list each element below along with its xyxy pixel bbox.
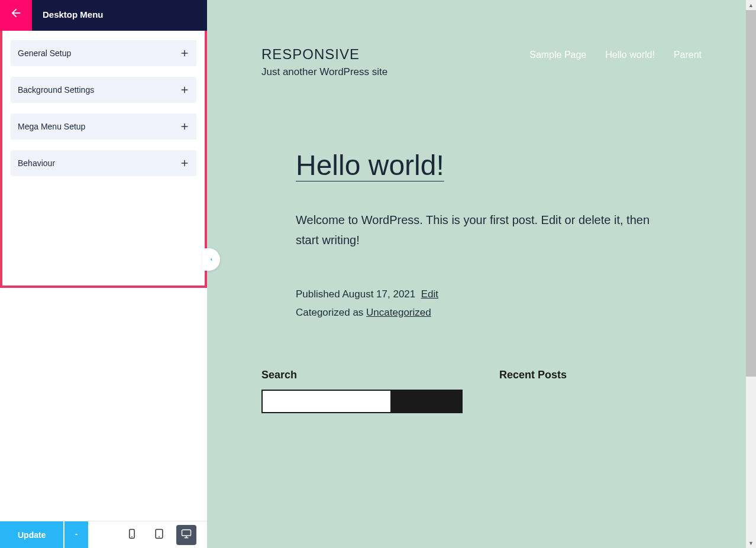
accordion-behaviour[interactable]: Behaviour xyxy=(11,150,196,176)
device-desktop-button[interactable] xyxy=(176,525,196,545)
post-meta: Published August 17, 2021 Edit Categoriz… xyxy=(296,286,667,322)
nav-item-parent[interactable]: Parent xyxy=(674,50,702,60)
device-switcher xyxy=(122,525,207,545)
sidebar-header: Desktop Menu xyxy=(0,0,207,31)
site-tagline: Just another WordPress site xyxy=(261,66,387,78)
search-submit-button[interactable] xyxy=(392,390,463,413)
site-brand: RESPONSIVE Just another WordPress site xyxy=(261,46,387,78)
sidebar-empty-area xyxy=(0,286,207,524)
post-content: Hello world! Welcome to WordPress. This … xyxy=(207,78,756,369)
search-input[interactable] xyxy=(261,390,392,413)
sidebar-footer: Update xyxy=(0,521,207,548)
site-title[interactable]: RESPONSIVE xyxy=(261,46,387,63)
accordion-general-setup[interactable]: General Setup xyxy=(11,40,196,66)
plus-icon xyxy=(180,122,189,131)
categorized-label: Categorized as xyxy=(296,307,366,318)
chevron-left-icon xyxy=(208,254,214,265)
plus-icon xyxy=(180,48,189,58)
accordion-label: Background Settings xyxy=(18,85,94,95)
site-header: RESPONSIVE Just another WordPress site S… xyxy=(207,0,756,78)
accordion-label: Behaviour xyxy=(18,158,55,168)
scroll-up-arrow-icon[interactable]: ▲ xyxy=(746,0,756,10)
plus-icon xyxy=(180,85,189,95)
published-date: August 17, 2021 xyxy=(342,288,415,300)
published-label: Published xyxy=(296,288,342,300)
search-widget: Search xyxy=(261,369,464,413)
scroll-down-arrow-icon[interactable]: ▼ xyxy=(746,538,756,548)
desktop-icon xyxy=(180,528,192,542)
accordion-mega-menu-setup[interactable]: Mega Menu Setup xyxy=(11,114,196,140)
accordion-background-settings[interactable]: Background Settings xyxy=(11,77,196,103)
device-mobile-button[interactable] xyxy=(122,525,142,545)
accordion-label: General Setup xyxy=(18,48,71,58)
tablet-icon xyxy=(153,528,165,542)
plus-icon xyxy=(180,158,189,168)
nav-item-sample-page[interactable]: Sample Page xyxy=(529,50,586,60)
nav-item-hello-world[interactable]: Hello world! xyxy=(605,50,655,60)
category-link[interactable]: Uncategorized xyxy=(366,307,431,318)
post-body: Welcome to WordPress. This is your first… xyxy=(296,210,667,250)
update-button[interactable]: Update xyxy=(0,521,63,549)
update-dropdown-button[interactable] xyxy=(64,521,88,549)
scrollbar-thumb[interactable] xyxy=(746,10,756,377)
scrollbar-track[interactable]: ▲ ▼ xyxy=(746,0,756,548)
accordion-label: Mega Menu Setup xyxy=(18,122,85,131)
arrow-left-icon xyxy=(9,7,22,22)
svg-rect-12 xyxy=(182,530,191,536)
recent-posts-widget: Recent Posts xyxy=(499,369,702,413)
recent-posts-title: Recent Posts xyxy=(499,369,702,381)
accordion-list: General Setup Background Settings Mega M… xyxy=(2,31,205,286)
back-button[interactable] xyxy=(0,0,32,31)
primary-nav: Sample Page Hello world! Parent xyxy=(529,46,702,60)
post-title[interactable]: Hello world! xyxy=(296,149,667,181)
edit-link[interactable]: Edit xyxy=(421,288,438,300)
settings-sidebar: Desktop Menu General Setup Background Se… xyxy=(0,0,207,548)
mobile-icon xyxy=(126,528,138,542)
preview-pane: RESPONSIVE Just another WordPress site S… xyxy=(207,0,756,548)
device-tablet-button[interactable] xyxy=(149,525,169,545)
caret-up-icon xyxy=(73,530,80,540)
footer-widgets: Search Recent Posts xyxy=(207,369,756,437)
sidebar-title: Desktop Menu xyxy=(32,9,104,20)
search-widget-title: Search xyxy=(261,369,464,381)
